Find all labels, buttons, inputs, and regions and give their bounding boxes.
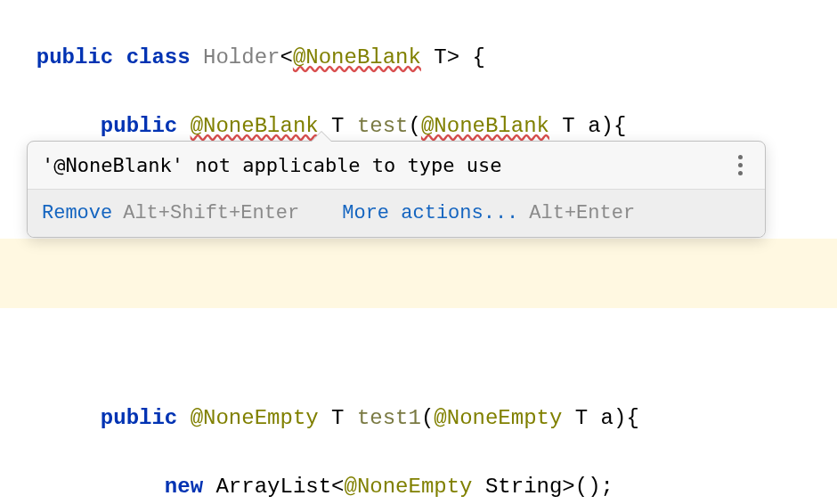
keyword-class: class xyxy=(126,45,191,69)
method-test: test xyxy=(357,114,409,138)
remove-shortcut: Alt+Shift+Enter xyxy=(123,202,299,224)
code-line: public class Holder<@NoneBlank T> { xyxy=(4,7,837,76)
annotation-noneempty: @NoneEmpty xyxy=(191,406,319,430)
annotation-noneblank: @NoneBlank xyxy=(191,114,319,138)
class-identifier: Holder xyxy=(203,45,280,69)
keyword-public: public xyxy=(37,45,113,69)
inspection-tooltip: '@NoneBlank' not applicable to type use … xyxy=(27,141,766,238)
remove-action[interactable]: Remove xyxy=(42,202,112,224)
code-line: public @NoneEmpty T test1(@NoneEmpty T a… xyxy=(4,367,837,435)
code-line: new ArrayList<@NoneEmpty String>(); xyxy=(4,435,837,504)
tooltip-header: '@NoneBlank' not applicable to type use xyxy=(28,142,765,190)
more-actions-link[interactable]: More actions... xyxy=(342,202,518,224)
code-line: public @NoneBlank T test(@NoneBlank T a)… xyxy=(4,76,837,144)
more-vertical-icon[interactable] xyxy=(731,155,749,175)
tooltip-message: '@NoneBlank' not applicable to type use xyxy=(42,154,502,176)
tooltip-arrow-icon xyxy=(311,131,332,142)
more-actions-shortcut: Alt+Enter xyxy=(529,202,635,224)
tooltip-actions: Remove Alt+Shift+Enter More actions... A… xyxy=(28,190,765,237)
annotation-noneblank: @NoneBlank xyxy=(293,45,421,69)
method-test1: test1 xyxy=(357,406,421,430)
